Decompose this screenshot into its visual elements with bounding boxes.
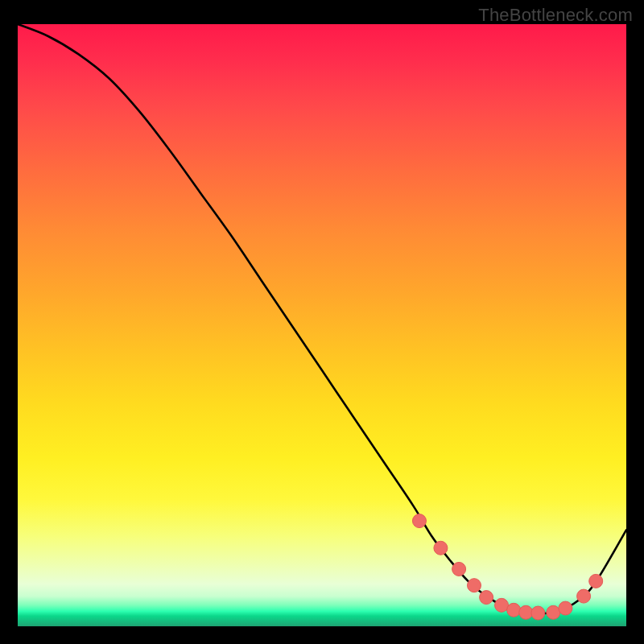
scatter-point — [547, 605, 560, 619]
scatter-point — [468, 579, 481, 592]
scatter-point — [531, 606, 545, 620]
curve-layer — [18, 24, 626, 626]
scatter-point — [495, 598, 509, 612]
plot-area — [18, 24, 626, 626]
scatter-point — [507, 603, 521, 617]
scatter-point — [434, 541, 448, 555]
bottleneck-curve — [18, 24, 626, 613]
watermark-text: TheBottleneck.com — [478, 5, 633, 26]
scatter-point — [577, 589, 591, 603]
scatter-point — [559, 601, 572, 615]
scatter-point — [452, 562, 466, 576]
scatter-point — [480, 591, 493, 605]
scatter-point — [412, 514, 426, 528]
scatter-point — [519, 605, 533, 619]
chart-frame: TheBottleneck.com — [0, 0, 644, 644]
scatter-point — [589, 574, 603, 588]
